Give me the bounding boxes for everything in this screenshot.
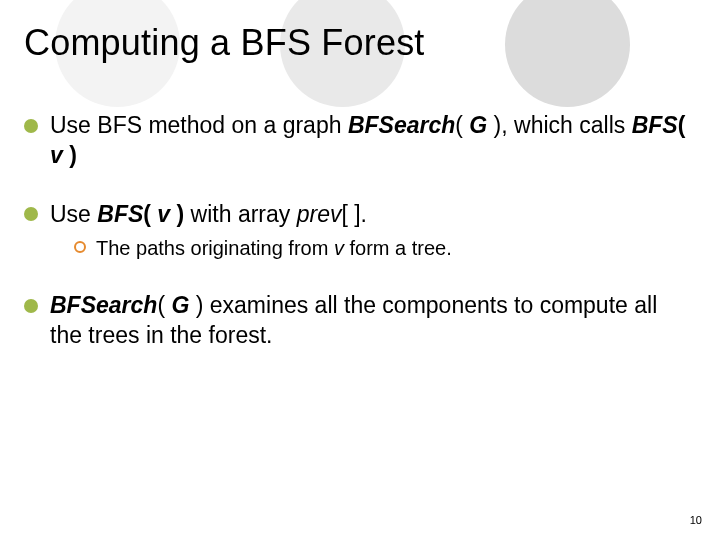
code-var: v — [334, 237, 344, 259]
page-number: 10 — [690, 514, 702, 526]
text: ( — [157, 292, 171, 318]
slide-content: Use BFS method on a graph BFSearch( G ),… — [24, 110, 690, 379]
decorative-circle — [505, 0, 630, 107]
text: The paths originating from — [96, 237, 334, 259]
code-arg: v — [157, 201, 170, 227]
text: [ ]. — [341, 201, 367, 227]
text: which calls — [514, 112, 632, 138]
code-fn: BFS — [632, 112, 678, 138]
bullet-item: Use BFS method on a graph BFSearch( G ),… — [24, 110, 690, 171]
code-arg: v — [50, 142, 63, 168]
text: Use — [50, 201, 97, 227]
text: ) — [63, 142, 77, 168]
code-var: prev — [297, 201, 342, 227]
text: Use BFS method on a graph — [50, 112, 348, 138]
code-arg: G — [171, 292, 189, 318]
code-arg: G — [469, 112, 487, 138]
text: form a tree. — [344, 237, 452, 259]
slide: Computing a BFS Forest Use BFS method on… — [0, 0, 720, 540]
slide-title: Computing a BFS Forest — [24, 22, 425, 64]
bullet-item: Use BFS( v ) with array prev[ ]. The pat… — [24, 199, 690, 262]
sub-bullet-item: The paths originating from v form a tree… — [74, 235, 690, 262]
text: ( — [678, 112, 686, 138]
text: ( — [455, 112, 469, 138]
code-fn: BFSearch — [50, 292, 157, 318]
text: with array — [184, 201, 296, 227]
text: ( — [143, 201, 157, 227]
text: ) — [189, 292, 203, 318]
code-fn: BFSearch — [348, 112, 455, 138]
text: ), — [487, 112, 514, 138]
code-fn: BFS — [97, 201, 143, 227]
bullet-item: BFSearch( G ) examines all the component… — [24, 290, 690, 351]
text: ) — [170, 201, 184, 227]
